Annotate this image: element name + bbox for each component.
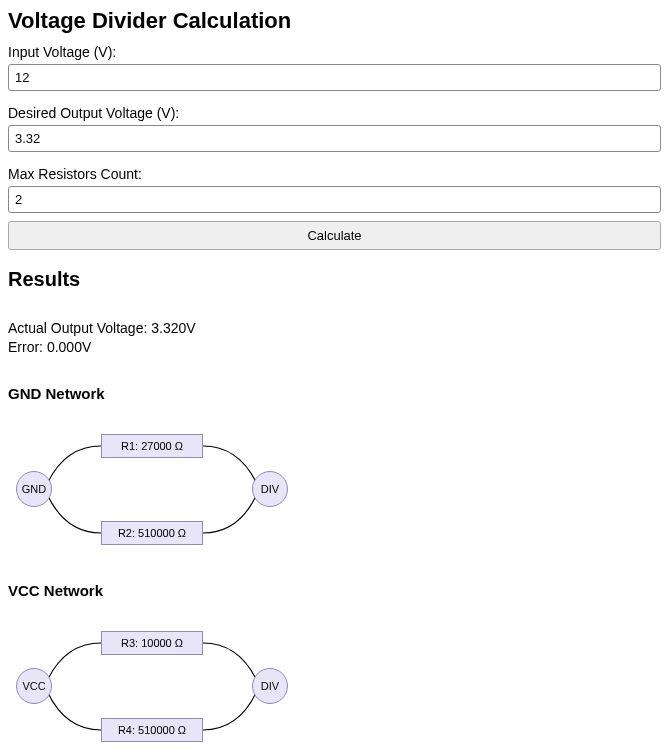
gnd-resistor-1: R1: 27000 Ω	[101, 434, 203, 458]
results-heading: Results	[8, 268, 661, 291]
vcc-resistor-1: R3: 10000 Ω	[101, 631, 203, 655]
gnd-resistor-2: R2: 510000 Ω	[101, 521, 203, 545]
actual-voltage-value: 3.320V	[151, 320, 195, 336]
vcc-network-diagram: VCC R3: 10000 Ω R4: 510000 Ω DIV	[8, 621, 298, 749]
max-resistors-label: Max Resistors Count:	[8, 166, 661, 182]
vcc-network-heading: VCC Network	[8, 582, 661, 599]
gnd-network-heading: GND Network	[8, 385, 661, 402]
calculate-button[interactable]: Calculate	[8, 221, 661, 250]
error-value: 0.000V	[47, 339, 91, 355]
error-line: Error: 0.000V	[8, 338, 661, 357]
output-voltage-label: Desired Output Voltage (V):	[8, 105, 661, 121]
gnd-node: GND	[16, 471, 52, 507]
input-voltage-field[interactable]	[8, 64, 661, 91]
max-resistors-field[interactable]	[8, 186, 661, 213]
gnd-div-node: DIV	[252, 471, 288, 507]
vcc-node: VCC	[16, 668, 52, 704]
vcc-resistor-2: R4: 510000 Ω	[101, 718, 203, 742]
gnd-network-diagram: GND R1: 27000 Ω R2: 510000 Ω DIV	[8, 424, 298, 554]
results-block: Actual Output Voltage: 3.320V Error: 0.0…	[8, 319, 661, 357]
input-voltage-label: Input Voltage (V):	[8, 44, 661, 60]
output-voltage-field[interactable]	[8, 125, 661, 152]
page-title: Voltage Divider Calculation	[8, 8, 661, 34]
vcc-div-node: DIV	[252, 668, 288, 704]
actual-voltage-line: Actual Output Voltage: 3.320V	[8, 319, 661, 338]
error-label: Error:	[8, 339, 47, 355]
actual-voltage-label: Actual Output Voltage:	[8, 320, 151, 336]
